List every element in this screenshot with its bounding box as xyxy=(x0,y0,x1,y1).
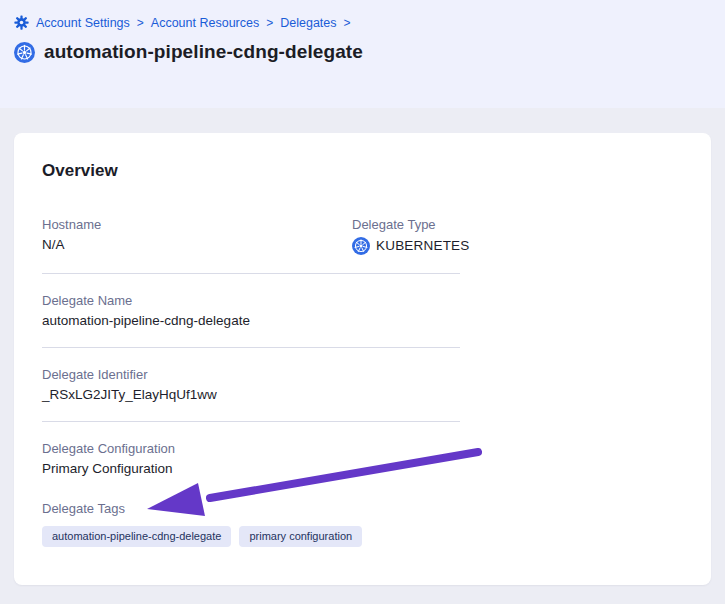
delegate-tags-list: automation-pipeline-cdng-delegate primar… xyxy=(42,526,683,547)
breadcrumb-account-settings[interactable]: Account Settings xyxy=(36,16,130,30)
hostname-label: Hostname xyxy=(42,217,352,232)
breadcrumb-delegates[interactable]: Delegates xyxy=(280,16,336,30)
divider xyxy=(42,273,460,274)
divider xyxy=(42,347,460,348)
page-header: Account Settings > Account Resources > D… xyxy=(0,0,725,108)
page-title: automation-pipeline-cdng-delegate xyxy=(44,41,363,63)
breadcrumb: Account Settings > Account Resources > D… xyxy=(0,0,725,30)
hostname-delegate-type-row: Hostname N/A Delegate Type xyxy=(42,217,683,255)
overview-heading: Overview xyxy=(42,161,683,181)
hostname-field: Hostname N/A xyxy=(42,217,352,255)
delegate-identifier-label: Delegate Identifier xyxy=(42,367,683,382)
gear-icon xyxy=(14,15,29,30)
delegate-name-value: automation-pipeline-cdng-delegate xyxy=(42,313,683,329)
hostname-value: N/A xyxy=(42,237,352,253)
tag-pill: automation-pipeline-cdng-delegate xyxy=(42,526,231,547)
breadcrumb-separator: > xyxy=(266,16,273,30)
title-row: automation-pipeline-cdng-delegate xyxy=(0,30,725,63)
delegate-name-label: Delegate Name xyxy=(42,293,683,308)
delegate-name-field: Delegate Name automation-pipeline-cdng-d… xyxy=(42,293,683,329)
kubernetes-icon xyxy=(352,237,370,255)
kubernetes-icon xyxy=(14,42,35,63)
divider xyxy=(42,421,460,422)
delegate-identifier-value: _RSxLG2JITy_ElayHqUf1ww xyxy=(42,387,683,403)
delegate-type-value: KUBERNETES xyxy=(376,238,470,254)
delegate-configuration-field: Delegate Configuration Primary Configura… xyxy=(42,441,683,477)
delegate-tags-field: Delegate Tags automation-pipeline-cdng-d… xyxy=(42,501,683,547)
delegate-tags-label: Delegate Tags xyxy=(42,501,683,516)
delegate-identifier-field: Delegate Identifier _RSxLG2JITy_ElayHqUf… xyxy=(42,367,683,403)
delegate-configuration-value: Primary Configuration xyxy=(42,461,683,477)
overview-card: Overview Hostname N/A Delegate Type xyxy=(14,133,711,585)
breadcrumb-separator: > xyxy=(137,16,144,30)
delegate-type-label: Delegate Type xyxy=(352,217,470,232)
delegate-type-field: Delegate Type xyxy=(352,217,470,255)
tag-pill: primary configuration xyxy=(239,526,362,547)
breadcrumb-separator: > xyxy=(344,16,351,30)
delegate-configuration-label: Delegate Configuration xyxy=(42,441,683,456)
breadcrumb-account-resources[interactable]: Account Resources xyxy=(151,16,259,30)
